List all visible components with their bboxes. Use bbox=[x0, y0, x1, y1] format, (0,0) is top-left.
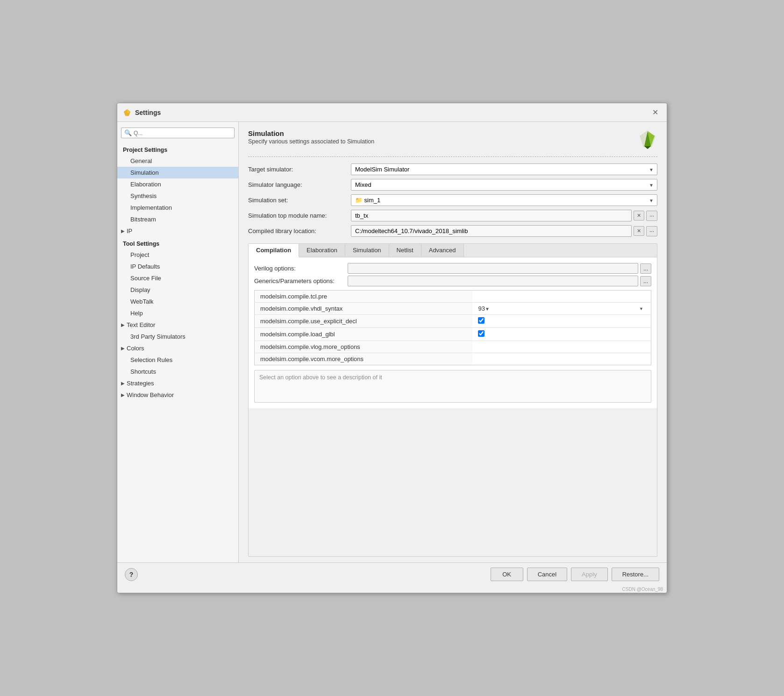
svg-marker-5 bbox=[644, 146, 651, 149]
ok-button[interactable]: OK bbox=[491, 568, 523, 581]
target-simulator-select[interactable]: ModelSim Simulator Questa Advanced Simul… bbox=[351, 163, 657, 175]
content-title-block: Simulation Specify various settings asso… bbox=[248, 129, 374, 145]
prop-input-vlog-more-options[interactable] bbox=[478, 343, 645, 350]
table-row: modelsim.compile.load_glbl bbox=[255, 328, 651, 341]
ip-arrow-icon: ▶ bbox=[121, 228, 125, 234]
help-button[interactable]: ? bbox=[125, 568, 138, 581]
colors-label: Colors bbox=[127, 345, 144, 352]
vhdl-syntax-value-row: 93 93 2008 87 ▼ bbox=[478, 305, 645, 312]
simulation-set-select[interactable]: 📁 sim_1 bbox=[351, 194, 657, 206]
tab-elaboration[interactable]: Elaboration bbox=[299, 244, 345, 257]
sim-top-module-input[interactable] bbox=[351, 210, 632, 221]
simulation-set-control: 📁 sim_1 bbox=[351, 194, 657, 206]
compiled-lib-control: ✕ ··· bbox=[351, 225, 657, 237]
sidebar-item-ip[interactable]: ▶ IP bbox=[117, 225, 238, 237]
sidebar-item-implementation[interactable]: Implementation bbox=[117, 202, 238, 213]
sim-top-module-label: Simulation top module name: bbox=[248, 212, 351, 219]
generics-options-browse-button[interactable]: ... bbox=[640, 276, 651, 286]
strategies-label: Strategies bbox=[127, 380, 154, 387]
generics-options-row: Generics/Parameters options: ... bbox=[254, 276, 651, 286]
help-label: Help bbox=[130, 310, 143, 317]
sim-top-module-clear-button[interactable]: ✕ bbox=[634, 211, 644, 220]
verilog-options-label: Verilog options: bbox=[254, 265, 348, 272]
generics-options-input[interactable] bbox=[348, 276, 638, 286]
app-logo-icon bbox=[123, 108, 131, 117]
table-row: modelsim.compile.use_explicit_decl bbox=[255, 315, 651, 328]
bitstream-label: Bitstream bbox=[130, 216, 156, 223]
sidebar-item-bitstream[interactable]: Bitstream bbox=[117, 213, 238, 225]
bottom-bar: ? OK Cancel Apply Restore... bbox=[117, 562, 667, 586]
sidebar-item-simulation[interactable]: Simulation bbox=[117, 167, 238, 178]
target-simulator-label: Target simulator: bbox=[248, 166, 351, 173]
verilog-options-row: Verilog options: ... bbox=[254, 263, 651, 274]
prop-name-use-explicit-decl: modelsim.compile.use_explicit_decl bbox=[255, 315, 473, 328]
verilog-options-browse-button[interactable]: ... bbox=[640, 263, 651, 274]
load-glbl-checkbox[interactable] bbox=[478, 330, 485, 337]
compiled-lib-clear-button[interactable]: ✕ bbox=[634, 226, 644, 236]
tool-settings-header: Tool Settings bbox=[117, 239, 238, 249]
cancel-button[interactable]: Cancel bbox=[527, 568, 567, 581]
sidebar-item-display[interactable]: Display bbox=[117, 284, 238, 296]
webtalk-label: WebTalk bbox=[130, 298, 154, 305]
source-file-label: Source File bbox=[130, 275, 161, 282]
tabs-header: Compilation Elaboration Simulation Netli… bbox=[249, 244, 657, 257]
strategies-arrow-icon: ▶ bbox=[121, 381, 125, 386]
tabs-content: Verilog options: ... Generics/Parameters… bbox=[249, 257, 657, 408]
simulation-set-label: Simulation set: bbox=[248, 197, 351, 204]
search-box[interactable]: 🔍 bbox=[121, 128, 235, 138]
simulation-set-row: Simulation set: 📁 sim_1 bbox=[248, 194, 657, 206]
tab-netlist[interactable]: Netlist bbox=[389, 244, 421, 257]
close-button[interactable]: ✕ bbox=[649, 107, 661, 118]
sidebar-item-webtalk[interactable]: WebTalk bbox=[117, 296, 238, 307]
search-input[interactable] bbox=[134, 130, 231, 136]
prop-name-load-glbl: modelsim.compile.load_glbl bbox=[255, 328, 473, 341]
sidebar-item-synthesis[interactable]: Synthesis bbox=[117, 190, 238, 202]
apply-button[interactable]: Apply bbox=[571, 568, 608, 581]
tab-simulation[interactable]: Simulation bbox=[345, 244, 389, 257]
colors-arrow-icon: ▶ bbox=[121, 346, 125, 351]
compiled-lib-label: Compiled library location: bbox=[248, 227, 351, 234]
sidebar-item-text-editor[interactable]: ▶ Text Editor bbox=[117, 319, 238, 331]
simulator-language-label: Simulator language: bbox=[248, 181, 351, 188]
compiled-lib-input[interactable] bbox=[351, 225, 632, 237]
table-row: modelsim.compile.vhdl_syntax 93 93 2008 bbox=[255, 303, 651, 315]
vhdl-syntax-value: 93 bbox=[478, 305, 485, 312]
simulator-language-select[interactable]: Mixed VHDL Verilog bbox=[351, 179, 657, 191]
restore-button[interactable]: Restore... bbox=[612, 568, 659, 581]
sidebar-item-shortcuts[interactable]: Shortcuts bbox=[117, 366, 238, 377]
sidebar-item-elaboration[interactable]: Elaboration bbox=[117, 178, 238, 190]
sidebar-item-project[interactable]: Project bbox=[117, 249, 238, 261]
prop-value-load-glbl bbox=[472, 328, 651, 341]
shortcuts-label: Shortcuts bbox=[130, 368, 156, 375]
tabs-container: Compilation Elaboration Simulation Netli… bbox=[248, 243, 657, 557]
sidebar-item-source-file[interactable]: Source File bbox=[117, 272, 238, 284]
sidebar-item-general[interactable]: General bbox=[117, 155, 238, 167]
simulator-language-wrapper: Mixed VHDL Verilog bbox=[351, 179, 657, 191]
tab-compilation[interactable]: Compilation bbox=[249, 244, 299, 257]
sidebar-item-window-behavior[interactable]: ▶ Window Behavior bbox=[117, 389, 238, 401]
prop-name-vlog-more-options: modelsim.compile.vlog.more_options bbox=[255, 341, 473, 353]
sidebar-item-strategies[interactable]: ▶ Strategies bbox=[117, 377, 238, 389]
sidebar-item-help[interactable]: Help bbox=[117, 307, 238, 319]
sim-top-module-browse-button[interactable]: ··· bbox=[646, 211, 657, 221]
vivado-logo-icon bbox=[638, 129, 657, 149]
tab-advanced[interactable]: Advanced bbox=[421, 244, 464, 257]
description-box: Select an option above to see a descript… bbox=[254, 370, 651, 403]
use-explicit-decl-checkbox[interactable] bbox=[478, 317, 485, 324]
sidebar-item-ip-defaults[interactable]: IP Defaults bbox=[117, 261, 238, 272]
target-simulator-control: ModelSim Simulator Questa Advanced Simul… bbox=[351, 163, 657, 175]
header-divider bbox=[248, 156, 657, 157]
verilog-options-input[interactable] bbox=[348, 263, 638, 274]
vhdl-syntax-select-wrapper: 93 2008 87 ▼ bbox=[485, 305, 645, 312]
prop-input-tcl-pre[interactable] bbox=[478, 293, 645, 300]
compiled-lib-browse-button[interactable]: ··· bbox=[646, 226, 657, 236]
settings-dialog: Settings ✕ 🔍 Project Settings General Si… bbox=[117, 103, 667, 593]
sidebar-item-selection-rules[interactable]: Selection Rules bbox=[117, 354, 238, 366]
prop-value-use-explicit-decl bbox=[472, 315, 651, 328]
table-row: modelsim.compile.tcl.pre bbox=[255, 291, 651, 303]
window-behavior-arrow-icon: ▶ bbox=[121, 392, 125, 398]
sidebar-item-colors[interactable]: ▶ Colors bbox=[117, 342, 238, 354]
sidebar-item-3rd-party[interactable]: 3rd Party Simulators bbox=[117, 331, 238, 342]
prop-input-vcom-more-options[interactable] bbox=[478, 355, 645, 362]
selection-rules-label: Selection Rules bbox=[130, 356, 172, 363]
